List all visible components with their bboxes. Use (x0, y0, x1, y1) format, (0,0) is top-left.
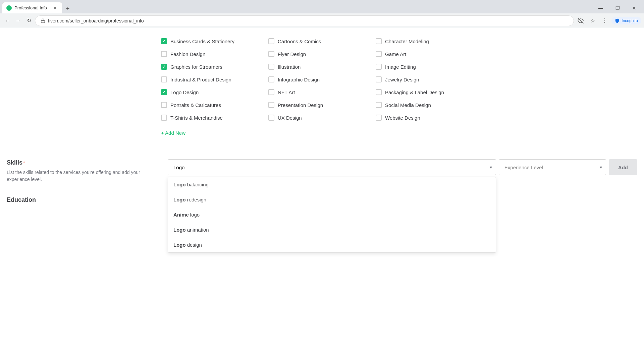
incognito-label: Incognito (622, 18, 638, 23)
skill-input-wrapper: ▾ Logo balancingLogo redesignAnime logoL… (168, 159, 496, 175)
checkbox-label: Cartoons & Comics (278, 39, 321, 44)
suggestion-match: Logo (173, 182, 186, 187)
education-title: Education (7, 196, 36, 203)
checkbox-box[interactable] (268, 51, 274, 57)
checkbox-label: Infographic Design (278, 77, 320, 82)
url-input[interactable] (48, 18, 568, 23)
checkbox-label: Jewelry Design (385, 77, 419, 82)
checkbox-item: Cartoons & Comics (268, 35, 376, 48)
eye-off-icon[interactable] (575, 15, 586, 26)
skills-section: Skills* List the skills related to the s… (0, 146, 644, 183)
checkbox-box[interactable] (268, 102, 274, 108)
checkbox-item: Fashion Design (161, 48, 268, 60)
checkbox-label: Business Cards & Stationery (170, 39, 234, 44)
suggestion-match: Logo (173, 197, 186, 202)
checkbox-box[interactable] (376, 89, 382, 95)
checkbox-label: Illustration (278, 64, 301, 70)
checkbox-box[interactable] (268, 64, 274, 70)
checkbox-box[interactable] (376, 64, 382, 70)
checkbox-label: Fashion Design (170, 51, 205, 57)
browser-top-bar: Professional Info ✕ + — ❐ ✕ ← → ↻ ☆ ⋮ In… (0, 0, 644, 28)
new-tab-button[interactable]: + (63, 4, 72, 13)
checkbox-item: Character Modeling (376, 35, 483, 48)
checkbox-box[interactable] (268, 89, 274, 95)
tab-favicon (6, 5, 12, 11)
checkbox-box[interactable] (161, 51, 167, 57)
checkbox-item: NFT Art (268, 86, 376, 99)
education-section-left: Education (0, 196, 161, 203)
checkbox-box[interactable] (268, 38, 274, 44)
checkbox-item: Business Cards & Stationery (161, 35, 268, 48)
checkbox-box[interactable] (376, 51, 382, 57)
checkbox-box[interactable] (268, 115, 274, 121)
suggestion-match: Logo (173, 242, 186, 248)
checkbox-item: T-Shirts & Merchandise (161, 111, 268, 124)
window-minimize-button[interactable]: — (593, 3, 608, 13)
checkbox-item: Presentation Design (268, 99, 376, 111)
checkbox-item: Logo Design (161, 86, 268, 99)
checkbox-label: Presentation Design (278, 102, 323, 108)
back-button[interactable]: ← (3, 16, 12, 25)
checkbox-label: Flyer Design (278, 51, 306, 57)
checkbox-box[interactable] (376, 76, 382, 82)
star-icon[interactable]: ☆ (587, 15, 598, 26)
skills-section-right: ▾ Logo balancingLogo redesignAnime logoL… (161, 159, 644, 175)
checkbox-item: Image Editing (376, 60, 483, 73)
window-maximize-button[interactable]: ❐ (610, 3, 625, 13)
suggestion-item[interactable]: Logo redesign (168, 192, 496, 207)
checkbox-item: Illustration (268, 60, 376, 73)
svg-rect-0 (41, 20, 45, 22)
checkbox-item: Graphics for Streamers (161, 60, 268, 73)
suggestion-item[interactable]: Logo balancing (168, 177, 496, 192)
nav-row: ← → ↻ ☆ ⋮ Incognito (0, 13, 644, 28)
experience-wrapper: Experience Level Beginner Intermediate E… (499, 159, 606, 175)
checkbox-box[interactable] (161, 38, 167, 44)
checkbox-box[interactable] (376, 38, 382, 44)
browser-menu-button[interactable]: ⋮ (599, 15, 610, 26)
suggestion-item[interactable]: Logo design (168, 237, 496, 252)
suggestion-item[interactable]: Anime logo (168, 207, 496, 222)
checkbox-box[interactable] (376, 102, 382, 108)
tab-close-button[interactable]: ✕ (52, 5, 58, 11)
skills-section-left: Skills* List the skills related to the s… (0, 159, 161, 183)
experience-level-select[interactable]: Experience Level Beginner Intermediate E… (499, 159, 606, 175)
browser-tab[interactable]: Professional Info ✕ (2, 2, 62, 13)
skills-input-row: ▾ Logo balancingLogo redesignAnime logoL… (168, 159, 637, 175)
suggestion-item[interactable]: Logo animation (168, 222, 496, 237)
checkbox-label: Industrial & Product Design (170, 77, 231, 82)
checkbox-item: Flyer Design (268, 48, 376, 60)
forward-button[interactable]: → (13, 16, 23, 25)
suggestion-suffix: animation (187, 227, 209, 233)
suggestion-suffix: logo (190, 212, 200, 218)
address-bar[interactable] (35, 15, 574, 26)
suggestions-dropdown: Logo balancingLogo redesignAnime logoLog… (168, 177, 496, 253)
suggestion-suffix: balancing (187, 182, 209, 187)
refresh-button[interactable]: ↻ (24, 16, 34, 25)
suggestion-suffix: redesign (187, 197, 207, 202)
add-new-link[interactable]: + Add New (161, 127, 185, 139)
checkbox-box[interactable] (161, 89, 167, 95)
checkbox-item: Portraits & Caricatures (161, 99, 268, 111)
checkbox-label: Image Editing (385, 64, 416, 70)
checkbox-grid: Business Cards & StationeryCartoons & Co… (161, 35, 483, 124)
checkbox-section: Business Cards & StationeryCartoons & Co… (0, 28, 644, 146)
checkbox-item: Infographic Design (268, 73, 376, 86)
checkbox-box[interactable] (161, 115, 167, 121)
checkbox-box[interactable] (268, 76, 274, 82)
checkbox-label: Social Media Design (385, 102, 431, 108)
tab-row: Professional Info ✕ + — ❐ ✕ (0, 0, 644, 13)
add-skill-button[interactable]: Add (609, 159, 637, 175)
checkbox-box[interactable] (376, 115, 382, 121)
checkbox-item: UX Design (268, 111, 376, 124)
suggestion-suffix: design (187, 242, 202, 248)
checkbox-label: T-Shirts & Merchandise (170, 115, 223, 121)
suggestion-match: Anime (173, 212, 189, 218)
checkbox-box[interactable] (161, 102, 167, 108)
window-close-button[interactable]: ✕ (627, 3, 642, 13)
checkbox-box[interactable] (161, 76, 167, 82)
skills-title: Skills (7, 159, 22, 166)
suggestions-list: Logo balancingLogo redesignAnime logoLog… (168, 177, 496, 252)
checkbox-label: Character Modeling (385, 39, 429, 44)
checkbox-box[interactable] (161, 64, 167, 70)
skill-search-input[interactable] (168, 159, 496, 175)
